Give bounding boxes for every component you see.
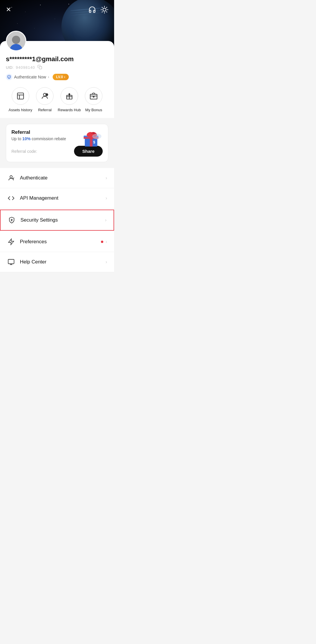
- api-management-label: API Management: [20, 195, 106, 201]
- shield-check-icon: [6, 74, 12, 80]
- rewards-hub-icon: [61, 87, 78, 105]
- api-management-chevron: ›: [106, 196, 107, 201]
- help-center-icon: [7, 258, 15, 266]
- authenticate-now-label: Authenticate Now: [14, 75, 46, 79]
- svg-point-0: [103, 8, 106, 11]
- preferences-icon: [7, 238, 15, 246]
- svg-line-4: [107, 12, 107, 12]
- authenticate-now-button[interactable]: Authenticate Now ›: [6, 74, 49, 80]
- header-icons: [88, 6, 108, 15]
- svg-line-8: [107, 7, 107, 8]
- copy-icon[interactable]: [37, 65, 42, 70]
- settings-icon[interactable]: [101, 6, 108, 15]
- avatar-wrapper: [6, 31, 108, 51]
- rewards-hub-button[interactable]: Rewards Hub: [57, 87, 82, 112]
- svg-text:$: $: [46, 94, 48, 96]
- assets-history-icon: [12, 87, 29, 105]
- svg-point-30: [11, 219, 12, 220]
- menu-section: Authenticate › API Management › Security…: [0, 168, 114, 272]
- referral-label: Referral: [38, 108, 51, 112]
- authenticate-menu-chevron: ›: [106, 175, 107, 181]
- referral-subtitle-suffix: commission rebate: [30, 136, 66, 141]
- svg-point-29: [10, 176, 12, 178]
- uid-label: UID:: [6, 65, 13, 70]
- menu-item-authenticate[interactable]: Authenticate ›: [0, 168, 114, 188]
- svg-line-3: [102, 7, 103, 8]
- security-settings-label: Security Settings: [20, 217, 105, 223]
- api-management-icon: [7, 194, 15, 202]
- menu-item-api-management[interactable]: API Management ›: [0, 188, 114, 208]
- svg-rect-9: [39, 66, 42, 69]
- user-email: s*********1@gmail.com: [6, 55, 108, 63]
- avatar-person: [7, 32, 25, 50]
- preferences-notification-dot: [101, 241, 103, 243]
- preferences-label: Preferences: [20, 239, 101, 245]
- rewards-hub-label: Rewards Hub: [58, 108, 81, 112]
- authenticate-chevron: ›: [48, 75, 49, 79]
- my-bonus-label: My Bonus: [85, 108, 102, 112]
- gift-illustration: $: [81, 128, 104, 148]
- referral-code-label: Referral code:: [11, 149, 37, 154]
- preferences-chevron: ›: [106, 239, 107, 244]
- uid-row: UID: 94098140: [6, 65, 108, 70]
- help-center-chevron: ›: [106, 259, 107, 265]
- help-center-label: Help Center: [20, 259, 106, 265]
- support-icon[interactable]: [88, 6, 96, 15]
- badges-row: Authenticate Now › LV.0 ›: [6, 74, 108, 80]
- svg-line-7: [102, 12, 103, 12]
- referral-icon: $: [36, 87, 54, 105]
- my-bonus-icon: [85, 87, 102, 105]
- svg-marker-32: [8, 239, 14, 245]
- assets-history-button[interactable]: Assets history: [8, 87, 33, 112]
- security-settings-icon: [8, 216, 16, 224]
- menu-item-security-settings[interactable]: Security Settings ›: [0, 210, 114, 231]
- assets-history-label: Assets history: [8, 108, 32, 112]
- my-bonus-button[interactable]: My Bonus: [82, 87, 106, 112]
- avatar-body: [10, 44, 23, 50]
- referral-card: $ Referral Up to 10% commission rebate R…: [6, 124, 108, 162]
- referral-subtitle-prefix: Up to: [11, 136, 22, 141]
- menu-item-help-center[interactable]: Help Center ›: [0, 252, 114, 272]
- security-settings-chevron: ›: [105, 217, 107, 223]
- svg-text:$: $: [93, 140, 95, 144]
- svg-point-28: [92, 133, 101, 139]
- svg-rect-10: [17, 93, 23, 99]
- menu-item-preferences[interactable]: Preferences ›: [0, 232, 114, 252]
- quick-actions: Assets history $ Referral: [6, 87, 108, 112]
- level-badge-label: LV.0: [56, 75, 63, 79]
- close-button[interactable]: ✕: [6, 6, 11, 13]
- svg-rect-33: [8, 259, 14, 264]
- profile-section: s*********1@gmail.com UID: 94098140 Auth…: [0, 41, 114, 118]
- uid-value: 94098140: [16, 65, 35, 70]
- avatar-head: [12, 36, 20, 44]
- authenticate-menu-icon: [7, 174, 15, 182]
- referral-button[interactable]: $ Referral: [33, 87, 57, 112]
- referral-highlight: 10%: [22, 136, 30, 141]
- avatar: [6, 31, 26, 51]
- level-badge-chevron: ›: [64, 75, 65, 79]
- authenticate-menu-label: Authenticate: [20, 175, 106, 181]
- level-badge[interactable]: LV.0 ›: [53, 74, 69, 80]
